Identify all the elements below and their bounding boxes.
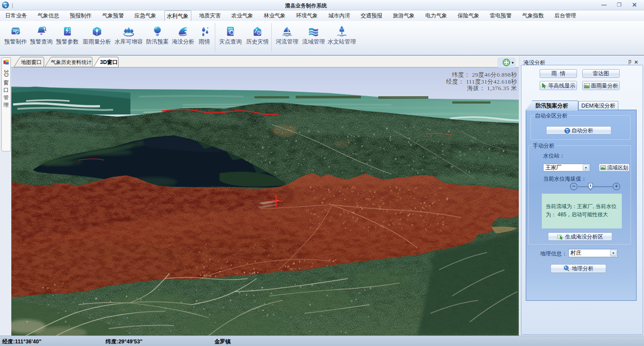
- svg-text:地图窗口: 地图窗口: [21, 59, 42, 65]
- svg-text:气象历史资料统计: 气象历史资料统计: [51, 59, 92, 65]
- svg-text:3D窗口: 3D窗口: [100, 59, 118, 65]
